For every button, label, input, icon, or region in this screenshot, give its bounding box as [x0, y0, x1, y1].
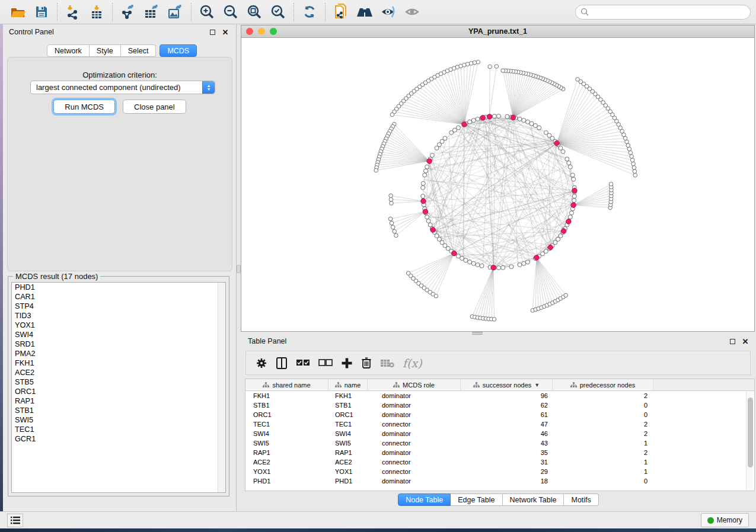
- cell-successor-nodes[interactable]: 43: [461, 440, 553, 447]
- network-canvas[interactable]: [241, 38, 754, 331]
- control-panel-close-button[interactable]: ✕: [221, 27, 230, 37]
- tab-network-table[interactable]: Network Table: [503, 493, 564, 506]
- mcds-node[interactable]: [511, 115, 515, 120]
- cell-shared-name[interactable]: SWI5: [245, 440, 328, 447]
- first-neighbors-button[interactable]: [353, 2, 377, 22]
- cell-shared-name[interactable]: ACE2: [245, 459, 328, 466]
- mcds-node[interactable]: [562, 229, 566, 233]
- mcds-node[interactable]: [566, 219, 571, 224]
- table-row[interactable]: TEC1TEC1connector472: [245, 419, 754, 429]
- mcds-result-item[interactable]: PHD1: [12, 283, 225, 292]
- mcds-node[interactable]: [423, 209, 428, 214]
- mcds-result-item[interactable]: SWI5: [12, 415, 225, 425]
- cell-mcds-role[interactable]: dominator: [368, 430, 461, 437]
- cell-predecessor-nodes[interactable]: 2: [553, 421, 653, 428]
- mcds-node[interactable]: [491, 265, 496, 270]
- cell-mcds-role[interactable]: connector: [368, 421, 461, 428]
- mcds-result-item[interactable]: TEC1: [12, 425, 225, 434]
- tab-node-table[interactable]: Node Table: [398, 493, 451, 506]
- tab-select[interactable]: Select: [121, 44, 157, 57]
- cell-predecessor-nodes[interactable]: 2: [553, 449, 653, 456]
- table-row[interactable]: PHD1PHD1dominator180: [245, 476, 754, 486]
- task-history-button[interactable]: [7, 514, 23, 527]
- mcds-result-item[interactable]: RAP1: [12, 396, 225, 406]
- function-builder-button[interactable]: f(x): [403, 355, 422, 371]
- mcds-node[interactable]: [480, 116, 485, 120]
- mcds-result-item[interactable]: ACE2: [12, 368, 225, 377]
- cell-mcds-role[interactable]: connector: [368, 459, 461, 466]
- table-scrollbar-thumb[interactable]: [748, 398, 753, 467]
- new-column-button[interactable]: [341, 355, 353, 371]
- mcds-list-scrollbar[interactable]: [218, 283, 225, 492]
- mcds-node[interactable]: [554, 141, 559, 146]
- mcds-node[interactable]: [571, 203, 576, 207]
- panel-splitter-grip[interactable]: [237, 265, 241, 273]
- mcds-result-item[interactable]: STB1: [12, 406, 225, 415]
- select-all-button[interactable]: [296, 355, 310, 371]
- mcds-node[interactable]: [462, 122, 467, 127]
- mcds-node[interactable]: [452, 251, 457, 255]
- cell-mcds-role[interactable]: dominator: [368, 392, 461, 399]
- save-session-button[interactable]: [30, 2, 53, 22]
- cell-mcds-role[interactable]: dominator: [368, 477, 461, 485]
- cell-mcds-role[interactable]: dominator: [368, 449, 461, 456]
- table-panel-splitter-grip[interactable]: [472, 332, 483, 335]
- control-panel-float-button[interactable]: [208, 27, 217, 37]
- apply-layout-button[interactable]: [298, 2, 321, 22]
- cell-name[interactable]: ACE2: [328, 459, 368, 466]
- cell-name[interactable]: TEC1: [328, 421, 368, 428]
- cell-shared-name[interactable]: YOX1: [245, 468, 328, 475]
- cell-successor-nodes[interactable]: 61: [461, 411, 553, 418]
- cell-shared-name[interactable]: TEC1: [245, 421, 328, 428]
- mcds-result-item[interactable]: ORC1: [12, 387, 225, 396]
- table-options-button[interactable]: [256, 355, 267, 371]
- delete-column-button[interactable]: [361, 355, 372, 371]
- column-header-name[interactable]: name: [328, 379, 368, 390]
- table-row[interactable]: SWI5SWI5connector431: [245, 438, 754, 448]
- zoom-out-button[interactable]: [219, 2, 243, 22]
- table-scrollbar[interactable]: [746, 392, 754, 490]
- cell-successor-nodes[interactable]: 96: [461, 392, 553, 399]
- network-from-document-button[interactable]: [329, 2, 353, 22]
- show-hide-columns-button[interactable]: [276, 355, 288, 371]
- cell-successor-nodes[interactable]: 46: [461, 430, 553, 437]
- table-row[interactable]: ORC1ORC1dominator610: [245, 410, 754, 419]
- mcds-node[interactable]: [534, 255, 539, 260]
- table-row[interactable]: RAP1RAP1dominator352: [245, 448, 754, 457]
- cell-successor-nodes[interactable]: 35: [461, 449, 553, 456]
- cell-predecessor-nodes[interactable]: 1: [553, 440, 653, 447]
- cell-shared-name[interactable]: FKH1: [245, 392, 328, 399]
- close-panel-button[interactable]: Close panel: [123, 100, 186, 114]
- mcds-result-item[interactable]: CAR1: [12, 292, 225, 302]
- mcds-node[interactable]: [427, 159, 432, 164]
- column-header-shared-name[interactable]: shared name: [245, 379, 328, 390]
- cell-predecessor-nodes[interactable]: 2: [553, 392, 653, 399]
- network-window-titlebar[interactable]: YPA_prune.txt_1: [241, 25, 754, 38]
- cell-predecessor-nodes[interactable]: 0: [553, 402, 653, 409]
- mcds-result-item[interactable]: SWI4: [12, 330, 225, 339]
- cell-name[interactable]: SWI5: [328, 440, 368, 447]
- mcds-result-item[interactable]: STB5: [12, 377, 225, 387]
- mcds-result-item[interactable]: GCR1: [12, 434, 225, 444]
- mcds-result-item[interactable]: TID3: [12, 311, 225, 321]
- mcds-result-list[interactable]: PHD1CAR1STP4TID3YOX1SWI4SRD1PMA2FKH1ACE2…: [11, 282, 226, 493]
- cell-name[interactable]: RAP1: [328, 449, 368, 456]
- table-panel-close-button[interactable]: ✕: [741, 336, 750, 346]
- cell-mcds-role[interactable]: connector: [368, 468, 461, 475]
- table-row[interactable]: SWI4SWI4dominator462: [245, 429, 754, 438]
- mcds-result-item[interactable]: FKH1: [12, 358, 225, 368]
- mcds-node[interactable]: [548, 245, 553, 249]
- mcds-result-item[interactable]: SRD1: [12, 339, 225, 349]
- cell-shared-name[interactable]: ORC1: [245, 411, 328, 418]
- cell-successor-nodes[interactable]: 62: [461, 402, 553, 409]
- zoom-in-button[interactable]: [195, 2, 219, 22]
- cell-successor-nodes[interactable]: 29: [461, 468, 553, 475]
- mcds-node[interactable]: [421, 198, 426, 203]
- table-row[interactable]: STB1STB1dominator620: [245, 400, 754, 410]
- import-network-button[interactable]: [61, 2, 85, 22]
- table-panel-float-button[interactable]: [728, 336, 737, 346]
- mcds-result-item[interactable]: YOX1: [12, 321, 225, 330]
- table-row[interactable]: YOX1YOX1connector291: [245, 467, 754, 476]
- tab-mcds[interactable]: MCDS: [160, 44, 197, 57]
- tab-motifs[interactable]: Motifs: [564, 493, 598, 506]
